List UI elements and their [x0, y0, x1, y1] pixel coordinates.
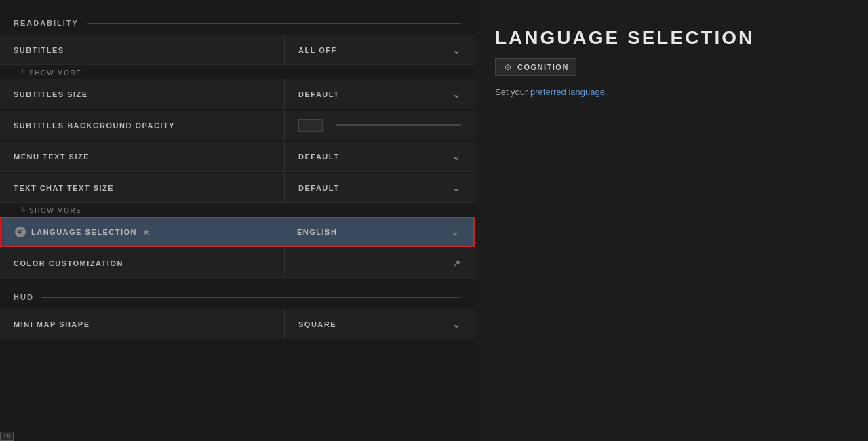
x-icon: ✕: [15, 227, 26, 237]
hud-label: HUD: [14, 293, 34, 301]
chevron-down-icon: ⌄: [452, 45, 462, 56]
section-divider-line: [87, 23, 461, 24]
show-more-arrow-icon: └: [20, 207, 25, 214]
menu-text-size-label: MENU TEXT SIZE: [14, 153, 284, 161]
preferred-language-link[interactable]: preferred language: [530, 87, 605, 97]
language-selection-label: ✕ LANGUAGE SELECTION ★: [15, 227, 283, 237]
subtitles-size-label: SUBTITLES SIZE: [14, 90, 284, 98]
subtitles-bg-opacity-value: 0: [285, 119, 461, 132]
subtitles-value-text: ALL OFF: [298, 46, 337, 54]
subtitles-value: ALL OFF ⌄: [285, 45, 461, 56]
show-more-arrow-icon: └: [20, 69, 25, 77]
menu-text-size-row[interactable]: MENU TEXT SIZE DEFAULT ⌄: [0, 142, 475, 172]
description-text: Set your preferred language.: [495, 85, 848, 99]
text-chat-show-more[interactable]: └ SHOW MORE: [0, 204, 475, 217]
subtitles-size-value-text: DEFAULT: [298, 90, 339, 98]
show-more-label: SHOW MORE: [29, 207, 81, 214]
description-start: Set your: [495, 87, 530, 97]
mini-map-shape-row[interactable]: MINI MAP SHAPE SQUARE ⌄: [0, 309, 475, 339]
hud-section-header: HUD: [0, 288, 475, 307]
opacity-slider-track[interactable]: [336, 124, 461, 126]
chevron-down-icon: ⌄: [452, 89, 462, 100]
subtitles-bg-opacity-row[interactable]: SUBTITLES BACKGROUND OPACITY 0: [0, 111, 475, 140]
color-customization-value: ↗: [285, 258, 461, 269]
corner-badge: 18: [0, 432, 14, 441]
chevron-down-icon: ⌄: [452, 151, 462, 162]
subtitles-size-row[interactable]: SUBTITLES SIZE DEFAULT ⌄: [0, 79, 475, 109]
cognition-label: COGNITION: [517, 63, 569, 71]
readability-section-header: READABILITY: [0, 14, 475, 33]
color-customization-row[interactable]: COLOR CUSTOMIZATION ↗: [0, 248, 475, 278]
hud-section: HUD MINI MAP SHAPE SQUARE ⌄: [0, 288, 475, 339]
language-selection-value-text: ENGLISH: [297, 228, 337, 236]
text-chat-text-size-row[interactable]: TEXT CHAT TEXT SIZE DEFAULT ⌄: [0, 173, 475, 203]
right-panel-title: LANGUAGE SELECTION: [495, 27, 848, 49]
star-icon: ★: [142, 227, 151, 237]
subtitles-size-value: DEFAULT ⌄: [285, 89, 461, 100]
subtitles-label: SUBTITLES: [14, 46, 284, 54]
opacity-input[interactable]: 0: [298, 119, 323, 132]
chevron-down-icon: ⌄: [451, 227, 460, 237]
section-divider-line: [42, 297, 461, 298]
chevron-down-icon: ⌄: [452, 319, 462, 330]
subtitles-row[interactable]: SUBTITLES ALL OFF ⌄: [0, 35, 475, 65]
chevron-down-icon: ⌄: [452, 183, 462, 193]
color-customization-label: COLOR CUSTOMIZATION: [14, 259, 284, 267]
show-more-label: SHOW MORE: [29, 69, 81, 77]
subtitles-bg-opacity-label: SUBTITLES BACKGROUND OPACITY: [14, 121, 284, 130]
mini-map-shape-label: MINI MAP SHAPE: [14, 320, 284, 328]
description-end: .: [605, 87, 608, 97]
language-selection-row[interactable]: ✕ LANGUAGE SELECTION ★ ENGLISH ⌄: [0, 217, 475, 247]
language-selection-value: ENGLISH ⌄: [283, 227, 460, 237]
text-chat-text-size-value-text: DEFAULT: [298, 184, 339, 192]
mini-map-shape-value-text: SQUARE: [298, 320, 336, 328]
subtitles-show-more[interactable]: └ SHOW MORE: [0, 66, 475, 79]
mini-map-shape-value: SQUARE ⌄: [285, 319, 461, 330]
text-chat-text-size-label: TEXT CHAT TEXT SIZE: [14, 184, 284, 192]
menu-text-size-value: DEFAULT ⌄: [285, 151, 461, 162]
cognition-badge: ⊙ COGNITION: [495, 58, 576, 76]
readability-label: READABILITY: [14, 19, 79, 27]
menu-text-size-value-text: DEFAULT: [298, 153, 339, 161]
cognition-icon: ⊙: [502, 62, 513, 73]
external-link-icon: ↗: [452, 258, 462, 269]
right-panel: LANGUAGE SELECTION ⊙ COGNITION Set your …: [475, 0, 868, 441]
text-chat-text-size-value: DEFAULT ⌄: [285, 183, 461, 193]
